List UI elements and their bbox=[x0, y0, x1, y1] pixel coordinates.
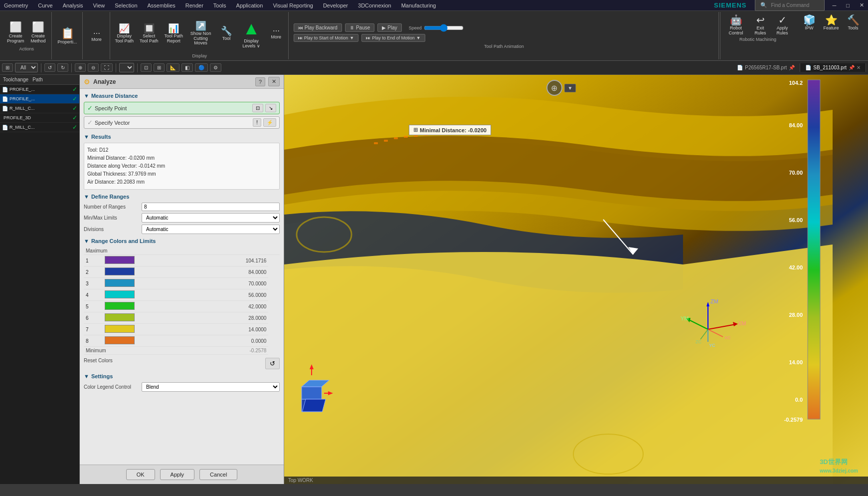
3d-viewport[interactable]: 104.2 84.00 70.00 56.00 42.00 28.00 14.0… bbox=[284, 75, 868, 484]
ok-button[interactable]: OK bbox=[126, 469, 155, 480]
range-row-4[interactable]: 4 56.0000 bbox=[84, 289, 280, 301]
tool-path-report-btn[interactable]: 📊 Tool PathReport bbox=[163, 22, 185, 45]
color-swatch-8[interactable] bbox=[105, 336, 135, 344]
play-backward-btn[interactable]: ⏮ Play Backward bbox=[294, 23, 342, 32]
feature-btn[interactable]: ⭐ Feature bbox=[821, 13, 841, 32]
apply-rules-btn[interactable]: ✓ Apply Rules bbox=[772, 13, 792, 37]
nav-dropdown-btn[interactable]: ▼ bbox=[564, 84, 576, 92]
specify-point-btn2[interactable]: ↘ bbox=[265, 104, 276, 112]
nav-compass[interactable]: ⊕ ▼ bbox=[546, 80, 576, 96]
tab-file2[interactable]: 📄 SB_211003.prt 📌 ✕ bbox=[800, 63, 866, 72]
view-orient-btn[interactable]: ⊞ bbox=[2, 63, 13, 72]
select-tool-path-btn[interactable]: 🔲 SelectTool Path bbox=[138, 22, 161, 45]
tab-file2-close[interactable]: ✕ bbox=[857, 65, 861, 70]
render-btn[interactable]: 🔵 bbox=[195, 63, 208, 72]
number-of-ranges-input[interactable] bbox=[142, 203, 280, 211]
menu-developer[interactable]: Developer bbox=[321, 1, 350, 9]
menu-geometry[interactable]: Geometry bbox=[2, 1, 30, 9]
range-row-5[interactable]: 5 42.0000 bbox=[84, 301, 280, 312]
exit-rules-btn[interactable]: ↩ Exit Rules bbox=[750, 13, 770, 37]
display-tool-path-btn[interactable]: 📈 DisplayTool Path bbox=[113, 22, 136, 45]
undo-btn[interactable]: ↺ bbox=[44, 63, 55, 72]
menu-view[interactable]: View bbox=[91, 1, 107, 9]
divisions-select[interactable]: Automatic bbox=[142, 225, 280, 234]
min-max-limits-select[interactable]: Automatic bbox=[142, 213, 280, 223]
apply-button[interactable]: Apply bbox=[160, 469, 195, 480]
settings-header[interactable]: ▼ Settings bbox=[84, 373, 280, 379]
color-swatch-6[interactable] bbox=[105, 313, 135, 321]
specify-vector-row[interactable]: ✓ Specify Vector ! ⚡ bbox=[84, 116, 280, 129]
play-btn[interactable]: ▶ Play bbox=[377, 23, 401, 32]
display-levels-btn[interactable]: ▲ DisplayLevels ∨ bbox=[238, 16, 264, 51]
op-row-4[interactable]: 📄 R_MILL_C... ✓ bbox=[0, 123, 79, 132]
settings2-btn[interactable]: ⚙ bbox=[210, 63, 221, 72]
tools-btn[interactable]: 🔨 Tools bbox=[843, 13, 863, 32]
op-row-0[interactable]: 📄 PROFILE_... ✓ bbox=[0, 85, 79, 94]
fit-btn[interactable]: ⛶ bbox=[101, 63, 113, 72]
menu-tools[interactable]: Tools bbox=[211, 1, 228, 9]
menu-curve[interactable]: Curve bbox=[36, 1, 54, 9]
color-swatch-1[interactable] bbox=[105, 256, 135, 264]
more-left-btn[interactable]: ⋯ More bbox=[87, 28, 107, 43]
window-close-btn[interactable]: ✕ bbox=[858, 2, 866, 8]
range-row-8[interactable]: 8 0.0000 bbox=[84, 335, 280, 347]
specify-point-btn1[interactable]: ⊡ bbox=[252, 104, 263, 112]
menu-selection[interactable]: Selection bbox=[113, 1, 139, 9]
find-command-input[interactable] bbox=[771, 2, 821, 8]
color-swatch-2[interactable] bbox=[105, 267, 135, 275]
range-row-7[interactable]: 7 14.0000 bbox=[84, 324, 280, 335]
window-maximize-btn[interactable]: □ bbox=[844, 2, 852, 8]
op-row-1[interactable]: 📄 PROFILE_... ✓ bbox=[0, 94, 79, 104]
orient-btn[interactable]: 📐 bbox=[167, 63, 179, 72]
speed-slider[interactable] bbox=[424, 24, 464, 32]
grid-btn[interactable]: ⊞ bbox=[154, 63, 165, 72]
menu-application[interactable]: Application bbox=[234, 1, 265, 9]
layer-select[interactable]: 1 bbox=[119, 63, 134, 72]
range-colors-header[interactable]: ▼ Range Colors and Limits bbox=[84, 238, 280, 244]
range-row-1[interactable]: 1 104.1716 bbox=[84, 255, 280, 266]
create-method-btn[interactable]: ⬜ CreateMethod bbox=[28, 20, 48, 45]
create-program-btn[interactable]: ⬜ CreateProgram bbox=[5, 20, 26, 45]
robot-control-btn[interactable]: 🤖 Robot Control bbox=[723, 13, 748, 37]
color-swatch-5[interactable] bbox=[105, 302, 135, 310]
menu-visual-reporting[interactable]: Visual Reporting bbox=[271, 1, 315, 9]
pause-btn[interactable]: ⏸ Pause bbox=[345, 23, 374, 32]
more-right-btn[interactable]: ⋯ More bbox=[266, 26, 286, 41]
results-header[interactable]: ▼ Results bbox=[84, 134, 280, 140]
specify-point-row[interactable]: ✓ Specify Point ⊡ ↘ bbox=[84, 102, 280, 114]
cancel-button[interactable]: Cancel bbox=[199, 469, 237, 480]
show-non-cutting-btn[interactable]: ↗️ Show NonCutting Moves bbox=[187, 19, 214, 47]
nav-compass-circle[interactable]: ⊕ bbox=[546, 80, 562, 96]
op-row-3[interactable]: PROFILE_3D ✓ bbox=[0, 113, 79, 123]
zoom-in-btn[interactable]: ⊕ bbox=[75, 63, 86, 72]
range-row-2[interactable]: 2 84.0000 bbox=[84, 266, 280, 278]
reset-colors-btn[interactable]: ↺ bbox=[265, 358, 280, 369]
menu-manufacturing[interactable]: Manufacturing bbox=[399, 1, 438, 9]
range-row-6[interactable]: 6 28.0000 bbox=[84, 312, 280, 324]
define-ranges-header[interactable]: ▼ Define Ranges bbox=[84, 194, 280, 200]
op-row-2[interactable]: 📄 R_MILL_C... ✓ bbox=[0, 104, 79, 113]
color-swatch-4[interactable] bbox=[105, 290, 135, 298]
color-legend-select[interactable]: Blend bbox=[142, 382, 280, 392]
dialog-help-btn[interactable]: ? bbox=[255, 77, 265, 86]
menu-assemblies[interactable]: Assemblies bbox=[146, 1, 177, 9]
redo-btn[interactable]: ↻ bbox=[57, 63, 68, 72]
snap-btn[interactable]: ⊡ bbox=[141, 63, 152, 72]
specify-vector-btn2[interactable]: ⚡ bbox=[263, 118, 276, 127]
specify-vector-btn1[interactable]: ! bbox=[253, 118, 261, 127]
zoom-out-btn[interactable]: ⊖ bbox=[88, 63, 99, 72]
menu-analysis[interactable]: Analysis bbox=[61, 1, 85, 9]
selection-filter-select[interactable]: All bbox=[15, 63, 38, 72]
color-swatch-3[interactable] bbox=[105, 279, 135, 287]
play-to-end-btn[interactable]: ⏭ Play to End of Motion ▼ bbox=[361, 34, 425, 42]
play-to-start-btn[interactable]: ⏭ Play to Start of Motion ▼ bbox=[294, 34, 358, 42]
color-swatch-7[interactable] bbox=[105, 325, 135, 333]
measure-distance-header[interactable]: ▼ Measure Distance bbox=[84, 93, 280, 99]
properties-btn[interactable]: 📋 Properti... bbox=[56, 26, 79, 46]
section-btn[interactable]: ◧ bbox=[181, 63, 193, 72]
menu-3dconnexion[interactable]: 3DConnexion bbox=[356, 1, 393, 9]
dialog-close-btn[interactable]: ✕ bbox=[268, 77, 280, 86]
tool-btn[interactable]: 🔧 Tool bbox=[216, 24, 236, 42]
tab-file1[interactable]: 📄 P26565R17-SB.prt 📌 bbox=[732, 63, 800, 72]
window-minimize-btn[interactable]: ─ bbox=[831, 2, 839, 8]
